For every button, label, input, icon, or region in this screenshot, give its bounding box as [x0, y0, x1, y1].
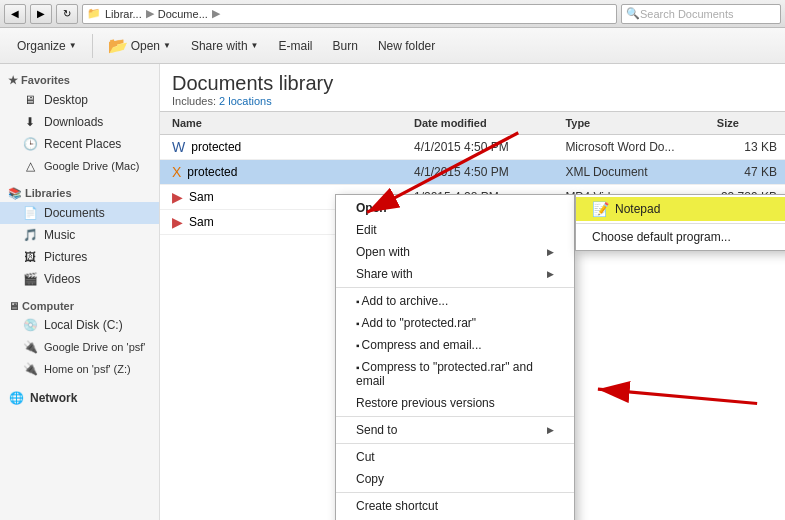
- sub-menu-open-with: 📝 Notepad Choose default program...: [575, 194, 785, 251]
- ctx-separator: [336, 443, 574, 444]
- ctx-separator: [336, 492, 574, 493]
- sidebar-item-google-drive-mac[interactable]: △ Google Drive (Mac): [0, 155, 159, 177]
- col-header-name[interactable]: Name: [160, 115, 406, 131]
- network-icon: 🌐: [8, 390, 24, 406]
- sub-item-choose-default[interactable]: Choose default program...: [576, 226, 785, 248]
- ctx-share-with[interactable]: Share with: [336, 263, 574, 285]
- ctx-create-shortcut[interactable]: Create shortcut: [336, 495, 574, 517]
- sidebar-item-desktop[interactable]: 🖥 Desktop: [0, 89, 159, 111]
- col-header-type[interactable]: Type: [557, 115, 708, 131]
- sidebar-item-downloads[interactable]: ⬇ Downloads: [0, 111, 159, 133]
- ctx-copy[interactable]: Copy: [336, 468, 574, 490]
- context-menu: Open Edit Open with Share with ▪Add to a…: [335, 194, 575, 520]
- table-row[interactable]: W protected 4/1/2015 4:50 PM Microsoft W…: [160, 135, 785, 160]
- email-button[interactable]: E-mail: [270, 35, 322, 57]
- col-header-size[interactable]: Size: [709, 115, 785, 131]
- organize-button[interactable]: Organize ▼: [8, 35, 86, 57]
- sidebar-item-google-drive-psf[interactable]: 🔌 Google Drive on 'psf': [0, 336, 159, 358]
- favorites-header: ★ Favorites: [0, 68, 159, 89]
- open-button[interactable]: 📂 Open ▼: [99, 32, 180, 59]
- pictures-icon: 🖼: [22, 249, 38, 265]
- network-drive-icon: 🔌: [22, 339, 38, 355]
- page-title: Documents library: [172, 72, 773, 95]
- refresh-button[interactable]: ↻: [56, 4, 78, 24]
- libraries-section: 📚 Libraries 📄 Documents 🎵 Music 🖼 Pictur…: [0, 181, 159, 290]
- sidebar-item-videos[interactable]: 🎬 Videos: [0, 268, 159, 290]
- file-name-cell: W protected: [160, 137, 406, 157]
- ctx-open-with[interactable]: Open with: [336, 241, 574, 263]
- music-icon: 🎵: [22, 227, 38, 243]
- toolbar-separator-1: [92, 34, 93, 58]
- favorites-section: ★ Favorites 🖥 Desktop ⬇ Downloads 🕒 Rece…: [0, 68, 159, 177]
- xml-icon: X: [172, 164, 181, 180]
- sub-item-notepad[interactable]: 📝 Notepad: [576, 197, 785, 221]
- desktop-icon: 🖥: [22, 92, 38, 108]
- back-button[interactable]: ◀: [4, 4, 26, 24]
- search-input[interactable]: 🔍 Search Documents: [621, 4, 781, 24]
- libraries-header: 📚 Libraries: [0, 181, 159, 202]
- new-folder-button[interactable]: New folder: [369, 35, 444, 57]
- breadcrumb[interactable]: 📁 Librar... ▶ Docume... ▶: [82, 4, 617, 24]
- google-drive-icon: △: [22, 158, 38, 174]
- recent-icon: 🕒: [22, 136, 38, 152]
- sidebar-item-recent-places[interactable]: 🕒 Recent Places: [0, 133, 159, 155]
- ctx-send-to[interactable]: Send to: [336, 419, 574, 441]
- ctx-add-rar[interactable]: ▪Add to "protected.rar": [336, 312, 574, 334]
- network-section: 🌐 Network: [0, 384, 159, 408]
- disk-icon: 💿: [22, 317, 38, 333]
- ctx-separator: [336, 287, 574, 288]
- word-icon: W: [172, 139, 185, 155]
- forward-button[interactable]: ▶: [30, 4, 52, 24]
- computer-section: 🖥 Computer 💿 Local Disk (C:) 🔌 Google Dr…: [0, 294, 159, 380]
- downloads-icon: ⬇: [22, 114, 38, 130]
- toolbar: Organize ▼ 📂 Open ▼ Share with ▼ E-mail …: [0, 28, 785, 64]
- ctx-edit[interactable]: Edit: [336, 219, 574, 241]
- content-area: Documents library Includes: 2 locations …: [160, 64, 785, 520]
- locations-link[interactable]: 2 locations: [219, 95, 272, 107]
- burn-button[interactable]: Burn: [324, 35, 367, 57]
- ctx-restore[interactable]: Restore previous versions: [336, 392, 574, 414]
- ctx-cut[interactable]: Cut: [336, 446, 574, 468]
- sub-separator: [576, 223, 785, 224]
- ctx-separator: [336, 416, 574, 417]
- videos-icon: 🎬: [22, 271, 38, 287]
- ctx-compress-email[interactable]: ▪Compress and email...: [336, 334, 574, 356]
- sidebar: ★ Favorites 🖥 Desktop ⬇ Downloads 🕒 Rece…: [0, 64, 160, 520]
- sidebar-item-network[interactable]: 🌐 Network: [8, 390, 151, 406]
- network-header: 🌐 Network: [0, 384, 159, 408]
- notepad-icon: 📝: [592, 201, 609, 217]
- home-drive-icon: 🔌: [22, 361, 38, 377]
- col-header-date[interactable]: Date modified: [406, 115, 557, 131]
- sidebar-item-documents[interactable]: 📄 Documents: [0, 202, 159, 224]
- file-list-header: Name Date modified Type Size: [160, 111, 785, 135]
- share-with-button[interactable]: Share with ▼: [182, 35, 268, 57]
- main-area: ★ Favorites 🖥 Desktop ⬇ Downloads 🕒 Rece…: [0, 64, 785, 520]
- sidebar-item-local-disk[interactable]: 💿 Local Disk (C:): [0, 314, 159, 336]
- content-header: Documents library Includes: 2 locations: [160, 64, 785, 111]
- documents-icon: 📄: [22, 205, 38, 221]
- ctx-compress-rar-email[interactable]: ▪Compress to "protected.rar" and email: [336, 356, 574, 392]
- sidebar-item-pictures[interactable]: 🖼 Pictures: [0, 246, 159, 268]
- top-bar: ◀ ▶ ↻ 📁 Librar... ▶ Docume... ▶ 🔍 Search…: [0, 0, 785, 28]
- ctx-add-archive[interactable]: ▪Add to archive...: [336, 290, 574, 312]
- video-icon: ▶: [172, 189, 183, 205]
- ctx-open[interactable]: Open: [336, 197, 574, 219]
- table-row[interactable]: X protected 4/1/2015 4:50 PM XML Documen…: [160, 160, 785, 185]
- sidebar-item-music[interactable]: 🎵 Music: [0, 224, 159, 246]
- computer-header: 🖥 Computer: [0, 294, 159, 314]
- sidebar-item-home-psf[interactable]: 🔌 Home on 'psf' (Z:): [0, 358, 159, 380]
- file-name-cell: X protected: [160, 162, 406, 182]
- video-icon: ▶: [172, 214, 183, 230]
